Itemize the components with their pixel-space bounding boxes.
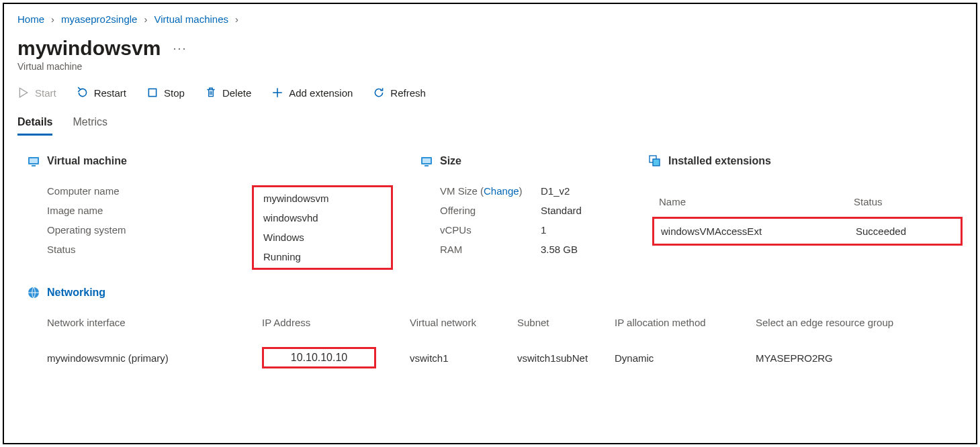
more-actions-button[interactable]: ··· (173, 42, 187, 56)
refresh-button[interactable]: Refresh (373, 87, 426, 99)
net-header-rg: Select an edge resource group (756, 317, 944, 328)
extensions-table-header: Name Status (652, 192, 963, 211)
vm-icon (27, 154, 40, 168)
breadcrumb: Home › myasepro2single › Virtual machine… (17, 13, 963, 25)
svg-rect-6 (32, 165, 36, 166)
vm-value-computer-name: mywindowsvm (263, 193, 382, 204)
networking-table-header: Network interface IP Address Virtual net… (47, 317, 963, 339)
chevron-right-icon: › (51, 13, 54, 25)
change-vm-size-link[interactable]: Change (484, 185, 519, 197)
plus-icon (271, 87, 283, 99)
trash-icon (205, 87, 217, 99)
delete-button[interactable]: Delete (205, 87, 251, 99)
networking-section-title: Networking (47, 287, 105, 299)
ext-header-status: Status (854, 196, 883, 207)
chevron-right-icon: › (144, 13, 147, 25)
net-header-ip: IP Address (262, 317, 410, 328)
command-bar: Start Restart Stop Delete Add extension … (17, 87, 963, 99)
add-extension-label: Add extension (289, 87, 353, 99)
ext-row-status: Succeeded (856, 226, 906, 237)
page-title: mywindowsvm (17, 37, 161, 60)
net-header-alloc: IP allocation method (615, 317, 756, 328)
restart-label: Restart (94, 87, 126, 99)
size-value-vcpus: 1 (541, 224, 621, 236)
net-row-ip-highlight: 10.10.10.10 (262, 347, 376, 368)
tab-details[interactable]: Details (17, 116, 52, 136)
start-label: Start (35, 87, 56, 99)
svg-rect-11 (653, 159, 660, 166)
svg-rect-1 (148, 89, 156, 96)
svg-marker-0 (19, 88, 27, 97)
extensions-icon (648, 154, 662, 168)
size-label-ram: RAM (440, 244, 541, 255)
refresh-label: Refresh (390, 87, 426, 99)
ext-row-name: windowsVMAccessExt (661, 226, 856, 237)
vm-section-title: Virtual machine (47, 155, 127, 167)
extensions-row-highlight: windowsVMAccessExt Succeeded (652, 217, 963, 246)
ext-header-name: Name (659, 196, 854, 207)
vm-label-os: Operating system (47, 224, 252, 236)
size-section-title: Size (440, 155, 461, 167)
net-row-rg: MYASEPRO2RG (756, 352, 944, 364)
restart-icon (77, 87, 89, 99)
tab-metrics[interactable]: Metrics (73, 116, 107, 136)
vm-label-computer-name: Computer name (47, 185, 252, 197)
networking-row[interactable]: mywindowsvmnic (primary) 10.10.10.10 vsw… (47, 339, 963, 368)
vm-value-image-name: windowsvhd (263, 212, 382, 224)
svg-rect-8 (422, 158, 431, 163)
size-value-offering: Standard (541, 205, 621, 216)
size-section-header: Size (420, 154, 621, 168)
refresh-icon (373, 87, 385, 99)
extensions-row[interactable]: windowsVMAccessExt Succeeded (654, 219, 961, 244)
net-header-vnet: Virtual network (410, 317, 517, 328)
restart-button[interactable]: Restart (77, 87, 126, 99)
net-row-subnet: vswitch1subNet (517, 352, 615, 364)
vm-values-highlight: mywindowsvm windowsvhd Windows Running (252, 185, 393, 270)
svg-rect-5 (30, 158, 38, 163)
vm-label-image-name: Image name (47, 205, 252, 216)
extensions-section-header: Installed extensions (648, 154, 963, 168)
chevron-right-icon: › (235, 13, 238, 25)
breadcrumb-level1[interactable]: myasepro2single (61, 13, 137, 25)
net-header-nic: Network interface (47, 317, 262, 328)
net-header-subnet: Subnet (517, 317, 615, 328)
networking-section-header[interactable]: Networking (27, 286, 963, 299)
delete-label: Delete (222, 87, 251, 99)
net-row-vnet: vswitch1 (410, 352, 517, 364)
vm-section-header: Virtual machine (27, 154, 393, 168)
size-value-ram: 3.58 GB (541, 244, 621, 255)
globe-icon (27, 286, 40, 299)
size-label-offering: Offering (440, 205, 541, 216)
size-label-vmsize: VM Size (Change) (440, 185, 541, 197)
breadcrumb-home[interactable]: Home (17, 13, 44, 25)
vm-value-status: Running (263, 251, 382, 262)
svg-rect-9 (425, 165, 429, 166)
size-value-vmsize: D1_v2 (541, 185, 621, 197)
stop-icon (146, 87, 159, 99)
extensions-section-title: Installed extensions (668, 155, 771, 167)
breadcrumb-level2[interactable]: Virtual machines (154, 13, 228, 25)
play-icon (17, 87, 30, 99)
tab-bar: Details Metrics (17, 116, 963, 136)
net-row-nic: mywindowsvmnic (primary) (47, 352, 262, 364)
vm-label-status: Status (47, 244, 252, 255)
start-button: Start (17, 87, 56, 99)
size-label-vcpus: vCPUs (440, 224, 541, 236)
page-subtitle: Virtual machine (17, 61, 963, 72)
net-row-alloc: Dynamic (615, 352, 756, 364)
size-icon (420, 154, 433, 168)
stop-label: Stop (164, 87, 185, 99)
stop-button[interactable]: Stop (146, 87, 185, 99)
add-extension-button[interactable]: Add extension (271, 87, 353, 99)
vm-value-os: Windows (263, 232, 382, 243)
